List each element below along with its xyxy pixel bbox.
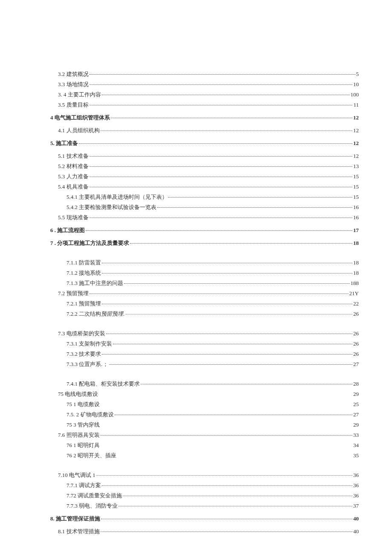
toc-page: 12 [353,140,359,147]
dot-leader [89,177,353,177]
toc-page: 29 [353,391,359,398]
dot-leader [89,218,353,218]
toc-entry[interactable]: 5.4 机具准备15 [50,183,359,191]
toc-entry[interactable]: 7.3.1 支架制作安装26 [50,340,359,348]
toc-label: 7.5. 2 矿物电缆敷设 [66,411,114,418]
toc-page: 12 [353,114,359,121]
toc-label: 7.1.3 施工中注意的问题 [66,279,123,287]
toc-page: 27 [353,411,359,418]
toc-entry[interactable]: 3. 4 主要工作内容100 [50,91,359,99]
toc-page: 5 [356,71,359,78]
toc-page: 21Y [349,290,359,297]
toc-entry[interactable]: 7.3.3 位置声系.；27 [50,360,359,368]
toc-entry[interactable]: 7.3.2 技术要求26 [50,350,359,358]
toc-page: 26 [353,330,359,337]
dot-leader [102,273,352,273]
toc-entry[interactable]: 75 1 电缆敷设25 [50,401,359,408]
toc-page: 26 [353,311,359,317]
dot-leader [102,95,350,95]
toc-entry[interactable]: 7 . 分项工程施工方法及质量要求18 [50,239,359,247]
dot-leader [106,334,353,334]
toc-entry[interactable]: 7.2.1 预留预埋22 [50,300,359,308]
dot-leader [96,475,352,476]
toc-entry[interactable]: 8. 施工管理保证措施40 [50,515,359,523]
toc-entry[interactable]: 7.4.1 配电箱、柜安装技术要求28 [50,380,359,388]
toc-entry[interactable]: 4.1 人员组织机构12 [50,127,359,134]
toc-entry[interactable]: 5.4.2 主要检验测量和试验设备一览表16 [50,203,359,211]
toc-label: 5. 施工准备 [50,139,78,147]
toc-label: 3.2 建筑概况 [58,70,89,78]
toc-entry[interactable]: 5.3 人力准备15 [50,173,359,180]
toc-label: 76 1 昭明灯具 [66,442,100,449]
toc-entry[interactable]: 5.2 材料准备13 [50,163,359,170]
toc-entry[interactable]: 7.72 调试质量安全措施36 [50,492,359,500]
toc-entry[interactable]: 7.1.1 防雷装置18 [50,259,359,267]
toc-entry[interactable]: 4 电气施工组织管理体系12 [50,114,359,122]
dot-leader [79,143,352,144]
toc-label: 3.5 质量目标 [58,101,89,109]
dot-leader [141,384,352,384]
dot-leader [89,74,355,75]
toc-entry[interactable]: 7.2 预留预埋21Y [50,290,359,297]
dot-leader [102,485,352,486]
toc-label: 7.2 预留预埋 [58,290,89,297]
toc-page: 27 [353,361,359,368]
toc-page: 40 [353,528,359,535]
dot-leader [89,105,353,105]
toc-entry[interactable]: 7.5. 2 矿物电缆敷设27 [50,411,359,418]
dot-leader [123,496,352,496]
toc-entry[interactable]: 75 3 管内穿线29 [50,421,359,429]
toc-entry[interactable]: 7.1.3 施工中注意的问题188 [50,279,359,287]
toc-entry[interactable]: 5.1 技术准备12 [50,152,359,160]
toc-page: 36 [353,472,359,479]
toc-entry[interactable]: 5. 施工准备12 [50,139,359,147]
toc-entry[interactable]: 8.1 技术管理措施40 [50,528,359,535]
toc-entry[interactable]: 7.3 电缆桥架的安装26 [50,330,359,337]
dot-leader [126,314,353,314]
toc-label: 8.1 技术管理措施 [58,528,100,535]
toc-page: 36 [353,482,359,489]
dot-leader [89,156,353,157]
toc-entry[interactable]: 3.5 质量目标11 [50,101,359,109]
toc-page: 26 [353,340,359,347]
toc-entry[interactable]: 7.1.2 接地系统18 [50,269,359,277]
dot-leader [86,230,352,231]
toc-page: 18 [353,240,359,247]
toc-entry[interactable]: 7.7.3 弱电、消防专业37 [50,502,359,510]
dot-leader [102,263,352,263]
dot-leader [111,118,352,118]
toc-entry[interactable]: 7.2.2 二次结构预留预埋.26 [50,310,359,318]
toc-label: 7.2.2 二次结构预留预埋. [66,310,125,318]
toc-entry[interactable]: 76 2 昭明开关、插座35 [50,452,359,459]
toc-label: 75 电线电缆敷设 [58,390,98,398]
toc-label: 5.3 人力准备 [58,173,89,180]
toc-page: 12 [353,127,359,134]
toc-page: 18 [353,259,359,266]
toc-entry[interactable]: 7.10 电气调试 136 [50,471,359,479]
toc-page: 37 [353,503,359,509]
dot-leader [89,84,353,85]
dot-leader [101,532,353,532]
toc-entry[interactable]: 7.6 照明器具安装33 [50,431,359,439]
toc-label: 76 2 昭明开关、插座 [66,452,116,459]
toc-entry[interactable]: 75 电线电缆敷设29 [50,390,359,398]
toc-label: 7.3 电缆桥架的安装 [58,330,105,337]
toc-label: 5.5 现场准备 [58,214,89,221]
toc-entry[interactable]: 3.2 建筑概况5 [50,70,359,78]
dot-leader [157,207,352,208]
toc-entry[interactable]: 5.4.1 主要机具清单及进场时间（见下表）15 [50,193,359,201]
toc-entry[interactable]: 5.5 现场准备16 [50,214,359,221]
toc-entry[interactable]: 3.3 场地情况10 [50,81,359,88]
dot-leader [130,243,352,244]
toc-label: 7.7.1 调试方案 [66,482,101,489]
toc-page: 36 [353,492,359,499]
toc-entry[interactable]: 76 1 昭明灯具34 [50,442,359,449]
toc-label: 8. 施工管理保证措施 [50,515,100,523]
table-of-contents: 3.2 建筑概况53.3 场地情况103. 4 主要工作内容1003.5 质量目… [50,70,359,535]
toc-entry[interactable]: 7.7.1 调试方案36 [50,482,359,489]
toc-label: 7.72 调试质量安全措施 [66,492,122,500]
dot-leader [89,293,349,294]
dot-leader [89,187,353,187]
toc-entry[interactable]: 6 . 施工流程图17 [50,227,359,234]
dot-leader [109,364,353,365]
